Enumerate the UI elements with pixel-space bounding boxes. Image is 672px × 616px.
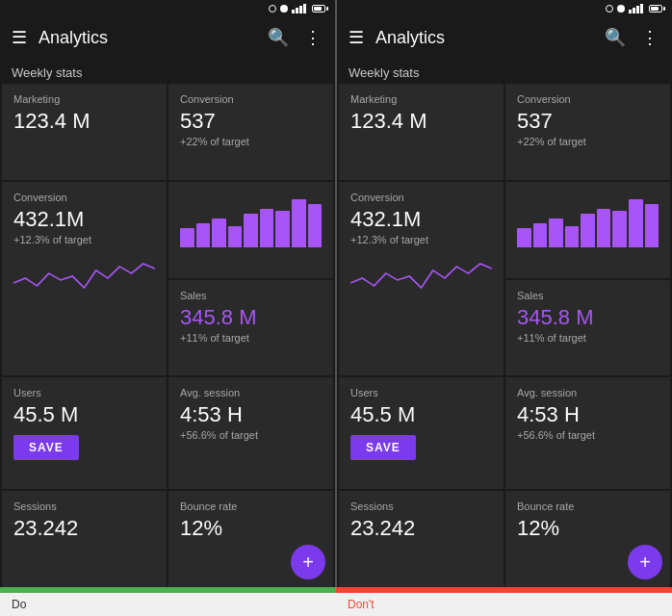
chart-bar-6	[260, 209, 274, 247]
bottom-label-dont: Don't	[336, 587, 672, 616]
sales-subtitle-dont: +11% of target	[517, 332, 659, 344]
avg-session-value-do: 4:53 H	[180, 402, 322, 427]
chart-bar-5	[244, 214, 258, 247]
conversion-main-card-dont: Conversion 432.1M +12.3% of target	[339, 182, 504, 376]
bounce-card-dont: Bounce rate 12% +	[505, 491, 670, 587]
signal-bars	[292, 4, 306, 13]
conversion-top-value-dont: 537	[517, 109, 659, 134]
status-bar-do	[0, 0, 335, 17]
users-card-do: Users 45.5 M SAVE	[2, 377, 167, 489]
battery-icon	[312, 5, 325, 13]
chart-bar-4	[228, 226, 243, 247]
sessions-label-do: Sessions	[13, 500, 155, 512]
sales-card-dont: Sales 345.8 M +11% of target	[505, 280, 670, 376]
battery-fill-dont	[651, 7, 659, 11]
bar1-dont	[629, 10, 632, 13]
battery-icon-dont	[649, 5, 662, 13]
conversion-main-value-do: 432.1M	[13, 207, 155, 232]
bounce-value-dont: 12%	[517, 516, 659, 541]
app-bar-do: ☰ Analytics 🔍 ⋮	[0, 17, 335, 58]
line-chart-dont	[350, 249, 492, 297]
chart-bar-9-dont	[645, 204, 659, 247]
menu-icon-dont[interactable]: ☰	[349, 27, 364, 48]
signal-dot-2-dont	[617, 5, 625, 13]
chart-bar-3-dont	[549, 218, 563, 247]
avg-session-subtitle-do: +56.6% of target	[180, 429, 322, 441]
conversion-top-card-dont: Conversion 537 +22% of target	[505, 84, 670, 180]
line-chart-do	[13, 249, 155, 297]
menu-icon-do[interactable]: ☰	[12, 27, 27, 48]
chart-bar-4-dont	[565, 226, 580, 247]
conversion-main-subtitle-do: +12.3% of target	[13, 234, 155, 245]
battery-fill	[314, 7, 322, 11]
conversion-top-subtitle-dont: +22% of target	[517, 136, 659, 147]
bar-chart-card-dont	[505, 182, 670, 278]
marketing-label-dont: Marketing	[350, 93, 492, 105]
sessions-card-dont: Sessions 23.242	[339, 491, 504, 587]
sales-value-do: 345.8 M	[180, 305, 322, 330]
conversion-top-card-do: Conversion 537 +22% of target	[168, 84, 333, 180]
avg-session-label-do: Avg. session	[180, 387, 322, 398]
bar4-dont	[640, 4, 643, 13]
panels-row: ☰ Analytics 🔍 ⋮ Weekly stats Marketing 1…	[0, 0, 672, 587]
users-value-dont: 45.5 M	[350, 402, 492, 427]
bottom-label-do: Do	[0, 587, 336, 616]
conversion-top-label-dont: Conversion	[517, 93, 659, 105]
chart-bar-2-dont	[533, 223, 548, 247]
marketing-card-dont: Marketing 123.4 M	[339, 84, 504, 180]
more-icon-do[interactable]: ⋮	[302, 25, 323, 50]
users-label-do: Users	[13, 387, 155, 398]
conversion-top-label-do: Conversion	[180, 93, 322, 105]
bar2	[296, 8, 298, 13]
search-icon-dont[interactable]: 🔍	[603, 25, 628, 50]
avg-session-label-dont: Avg. session	[517, 387, 659, 398]
sales-label-do: Sales	[180, 290, 322, 301]
bar4	[303, 4, 306, 13]
search-icon-do[interactable]: 🔍	[266, 25, 291, 50]
save-button-do[interactable]: SAVE	[13, 435, 79, 460]
bar2-dont	[633, 8, 635, 13]
panel-do: ☰ Analytics 🔍 ⋮ Weekly stats Marketing 1…	[0, 0, 335, 587]
cards-grid-dont: Marketing 123.4 M Conversion 537 +22% of…	[337, 84, 672, 587]
avg-session-value-dont: 4:53 H	[517, 402, 659, 427]
fab-dont[interactable]: +	[628, 545, 662, 579]
conversion-main-value-dont: 432.1M	[350, 207, 492, 232]
bar-chart-dont	[517, 199, 659, 247]
signal-bars-dont	[629, 4, 643, 13]
chart-bar-8	[292, 199, 306, 247]
bounce-label-do: Bounce rate	[180, 500, 322, 512]
users-label-dont: Users	[350, 387, 492, 398]
weekly-stats-label-dont: Weekly stats	[337, 58, 672, 84]
chart-bar-9	[308, 204, 323, 247]
chart-bar-6-dont	[597, 209, 611, 247]
conversion-top-subtitle-do: +22% of target	[180, 136, 322, 147]
chart-bar-7-dont	[612, 211, 627, 247]
chart-bar-7	[275, 211, 290, 247]
bottom-text-do: Do	[0, 593, 336, 616]
sessions-value-dont: 23.242	[350, 516, 492, 541]
app-title-do: Analytics	[39, 28, 254, 48]
signal-dot-1-dont	[606, 5, 613, 13]
conversion-main-subtitle-dont: +12.3% of target	[350, 234, 492, 245]
conversion-main-label-dont: Conversion	[350, 192, 492, 203]
bottom-text-dont: Don't	[336, 593, 672, 616]
bar-chart-do	[180, 199, 322, 247]
sales-subtitle-do: +11% of target	[180, 332, 322, 344]
signal-dot-1	[269, 5, 276, 13]
fab-do[interactable]: +	[291, 545, 325, 579]
conversion-top-value-do: 537	[180, 109, 322, 134]
users-value-do: 45.5 M	[13, 402, 155, 427]
sales-label-dont: Sales	[517, 290, 659, 301]
cards-grid-do: Marketing 123.4 M Conversion 537 +22% of…	[0, 84, 335, 587]
bounce-label-dont: Bounce rate	[517, 500, 659, 512]
more-icon-dont[interactable]: ⋮	[639, 25, 660, 50]
conversion-main-label-do: Conversion	[13, 192, 155, 203]
save-button-dont[interactable]: SAVE	[350, 435, 416, 460]
chart-bar-8-dont	[629, 199, 643, 247]
avg-session-card-do: Avg. session 4:53 H +56.6% of target	[168, 377, 333, 489]
bottom-row: Do Don't	[0, 587, 672, 616]
panel-dont: ☰ Analytics 🔍 ⋮ Weekly stats Marketing 1…	[337, 0, 672, 587]
users-card-dont: Users 45.5 M SAVE	[339, 377, 504, 489]
chart-bar-1	[180, 228, 194, 247]
app-bar-dont: ☰ Analytics 🔍 ⋮	[337, 17, 672, 58]
